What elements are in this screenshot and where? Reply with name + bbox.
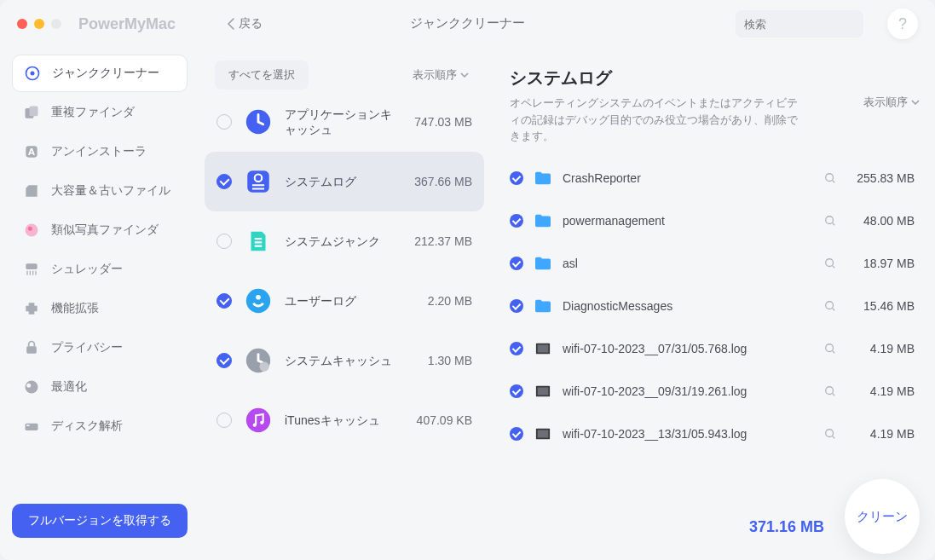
itunes-icon [244, 406, 273, 435]
svg-point-11 [26, 381, 38, 394]
disk-icon [22, 417, 41, 436]
detail-description: オペレーティングシステムのイベントまたはアクティビティの記録はデバッグ目的でのみ… [510, 95, 799, 145]
file-item[interactable]: powermanagement 48.00 MB [510, 199, 915, 242]
userlog-icon [244, 286, 273, 315]
category-item[interactable]: アプリケーションキャッシュ 747.03 MB [205, 92, 484, 152]
file-icon [534, 341, 552, 356]
detail-header-row: オペレーティングシステムのイベントまたはアクティビティの記録はデバッグ目的でのみ… [510, 95, 920, 145]
detail-sort-button[interactable]: 表示順序 [863, 95, 920, 110]
sort-button[interactable]: 表示順序 [413, 67, 469, 83]
file-item[interactable]: DiagnosticMessages 15.46 MB [510, 285, 915, 327]
svg-rect-13 [26, 424, 38, 430]
checkbox[interactable] [510, 171, 523, 185]
checkbox[interactable] [216, 174, 232, 189]
back-label: 戻る [239, 16, 263, 32]
checkbox[interactable] [510, 299, 523, 313]
category-list: アプリケーションキャッシュ 747.03 MB システムログ 367.66 MB… [205, 92, 489, 550]
sidebar-item-priv[interactable]: プライバシー [12, 329, 188, 367]
svg-point-28 [826, 301, 834, 309]
category-item[interactable]: システムキャッシュ 1.30 MB [205, 331, 484, 390]
sysjunk-icon [244, 227, 273, 256]
category-size: 407.09 KB [417, 413, 472, 427]
checkbox[interactable] [216, 353, 232, 368]
sidebar-item-shred[interactable]: シュレッダー [12, 251, 188, 288]
sidebar-item-label: 大容量＆古いファイル [51, 183, 170, 199]
sidebar-item-junk[interactable]: ジャンククリーナー [12, 55, 188, 92]
sidebar-item-opt[interactable]: 最適化 [12, 368, 188, 406]
checkbox[interactable] [216, 234, 232, 249]
svg-point-37 [826, 429, 834, 436]
reveal-button[interactable] [824, 428, 836, 440]
file-size: 48.00 MB [846, 214, 915, 228]
file-item[interactable]: wifi-07-10-2023__09/31/19.261.log 4.19 M… [510, 370, 915, 413]
select-all-button[interactable]: すべてを選択 [215, 61, 309, 89]
svg-rect-10 [26, 346, 37, 353]
checkbox[interactable] [216, 114, 232, 130]
file-name: wifi-07-10-2023__09/31/19.261.log [563, 384, 814, 398]
category-item[interactable]: システムログ 367.66 MB [205, 152, 484, 211]
clean-button[interactable]: クリーン [845, 479, 920, 554]
file-item[interactable]: CrashReporter 255.83 MB [510, 157, 915, 199]
back-button[interactable]: 戻る [227, 16, 263, 32]
file-name: DiagnosticMessages [563, 299, 814, 313]
category-item[interactable]: ユーザーログ 2.20 MB [205, 271, 484, 331]
detail-sort-label: 表示順序 [863, 95, 908, 110]
reveal-button[interactable] [824, 343, 836, 355]
file-item[interactable]: asl 18.97 MB [510, 242, 915, 285]
minimize-window-icon[interactable] [34, 19, 44, 29]
checkbox[interactable] [510, 384, 523, 398]
category-name: システムジャンク [285, 234, 402, 249]
checkbox[interactable] [510, 257, 523, 270]
file-icon [534, 384, 552, 399]
sidebar-item-ext[interactable]: 機能拡張 [12, 290, 188, 327]
category-size: 212.37 MB [414, 234, 472, 248]
svg-point-24 [260, 421, 263, 424]
file-type-icon [534, 213, 552, 228]
reveal-button[interactable] [824, 172, 836, 184]
sidebar-item-label: アンインストーラ [51, 144, 147, 159]
svg-point-23 [253, 424, 257, 427]
category-item[interactable]: システムジャンク 212.37 MB [205, 211, 484, 271]
appcache-icon [244, 107, 273, 136]
dup-icon [22, 103, 41, 122]
file-item[interactable]: wifi-07-10-2023__13/31/05.943.log 4.19 M… [510, 413, 915, 455]
help-button[interactable]: ? [887, 9, 918, 39]
file-name: wifi-07-10-2023__13/31/05.943.log [563, 427, 814, 441]
reveal-button[interactable] [824, 215, 836, 227]
checkbox[interactable] [216, 413, 232, 428]
svg-point-26 [826, 216, 834, 223]
sidebar-item-dup[interactable]: 重複ファインダ [12, 94, 188, 131]
svg-point-31 [826, 344, 834, 351]
search-box[interactable] [736, 10, 863, 38]
sidebar-item-label: シュレッダー [51, 262, 123, 277]
sidebar-item-label: 最適化 [51, 379, 87, 395]
reveal-button[interactable] [824, 257, 836, 269]
file-item[interactable]: wifi-07-10-2023__07/31/05.768.log 4.19 M… [510, 327, 915, 370]
reveal-button[interactable] [824, 300, 836, 312]
search-input[interactable] [744, 18, 887, 31]
close-window-icon[interactable] [17, 19, 27, 29]
shred-icon [22, 260, 41, 279]
maximize-window-icon[interactable] [51, 19, 61, 29]
checkbox[interactable] [510, 342, 523, 355]
file-name: wifi-07-10-2023__07/31/05.768.log [563, 342, 814, 355]
checkbox[interactable] [510, 427, 523, 441]
chevron-down-icon [460, 71, 469, 79]
app-title: PowerMyMac [78, 15, 176, 33]
sidebar-item-uninst[interactable]: Aアンインストーラ [12, 133, 188, 170]
checkbox[interactable] [216, 293, 232, 309]
main-content: ジャンククリーナー重複ファインダAアンインストーラ大容量＆古いファイル類似写真フ… [0, 48, 935, 560]
sidebar-item-disk[interactable]: ディスク解析 [12, 407, 188, 445]
sidebar-item-large[interactable]: 大容量＆古いファイル [12, 172, 188, 210]
reveal-button[interactable] [824, 385, 836, 397]
category-item[interactable]: iTunesキャッシュ 407.09 KB [205, 390, 484, 450]
svg-point-12 [26, 384, 31, 388]
sidebar-item-photos[interactable]: 類似写真ファインダ [12, 211, 188, 249]
bottom-bar: 371.16 MB クリーン [211, 494, 935, 560]
svg-point-2 [31, 72, 35, 76]
checkbox[interactable] [510, 214, 523, 228]
sidebar-item-label: ディスク解析 [51, 419, 123, 434]
app-window: PowerMyMac 戻る ジャンククリーナー ? ジャンククリーナー重複ファイ… [0, 0, 935, 560]
sidebar-item-label: プライバシー [51, 340, 123, 355]
full-version-button[interactable]: フルバージョンを取得する [12, 504, 188, 538]
